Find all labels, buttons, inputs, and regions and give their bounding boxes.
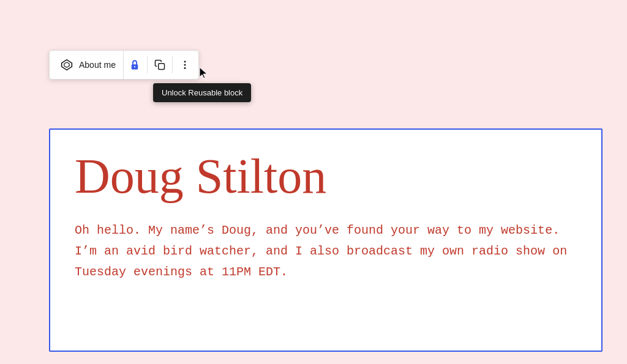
- svg-point-5: [184, 61, 186, 62]
- block-toolbar-wrapper: About me: [49, 50, 199, 80]
- svg-rect-4: [159, 64, 165, 70]
- block-label: About me: [79, 60, 116, 70]
- canvas-area: About me: [0, 0, 627, 364]
- tooltip-text: Unlock Reusable block: [162, 88, 242, 97]
- toolbar-divider-2: [172, 56, 173, 73]
- content-heading: Doug Stilton: [75, 149, 577, 203]
- more-options-button[interactable]: [174, 54, 196, 76]
- reusable-block-icon: [59, 58, 74, 72]
- lock-button[interactable]: [124, 54, 146, 76]
- unlock-tooltip: Unlock Reusable block: [153, 83, 251, 102]
- toolbar-divider: [147, 56, 148, 73]
- svg-point-7: [184, 67, 186, 69]
- content-body: Oh hello. My name’s Doug, and you’ve fou…: [75, 220, 577, 283]
- cursor: [197, 66, 209, 81]
- svg-point-6: [184, 64, 186, 66]
- block-toolbar: About me: [49, 50, 199, 80]
- svg-point-3: [134, 66, 135, 67]
- toolbar-label-group: About me: [52, 51, 124, 79]
- svg-marker-1: [64, 62, 69, 67]
- svg-marker-0: [62, 60, 72, 70]
- content-block: Doug Stilton Oh hello. My name’s Doug, a…: [49, 128, 603, 352]
- duplicate-button[interactable]: [149, 54, 171, 76]
